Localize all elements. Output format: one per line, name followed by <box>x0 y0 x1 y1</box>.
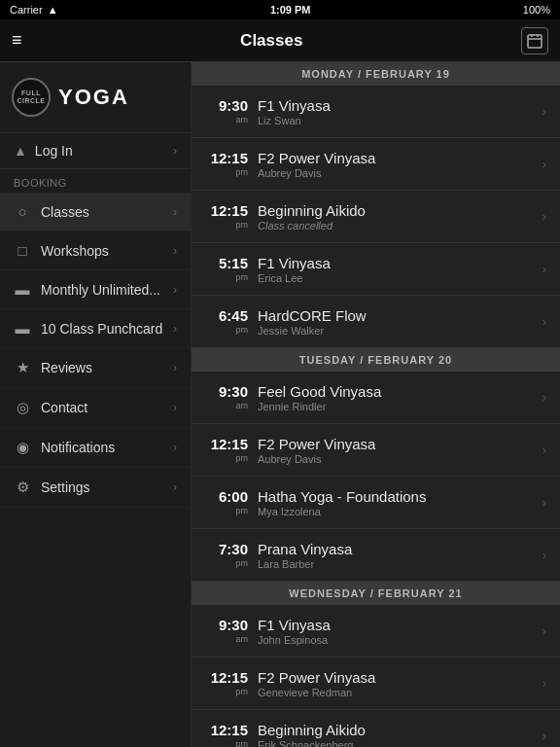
class-name: Prana Vinyasa <box>258 541 535 557</box>
class-chevron: › <box>542 623 546 638</box>
class-row[interactable]: 9:30 am Feel Good VinyasaJennie Rindler› <box>192 372 560 424</box>
class-name: Beginning Aikido <box>258 202 535 219</box>
class-name: Beginning Aikido <box>258 722 535 738</box>
class-instructor: Erik Schnackenberg <box>258 739 535 748</box>
class-info: F1 VinyasaLiz Swan <box>258 97 535 126</box>
notifications-icon: ◉ <box>14 439 31 456</box>
class-chevron: › <box>542 495 546 510</box>
class-time-main: 6:00 <box>205 489 248 506</box>
class-instructor: Mya Izzolena <box>258 506 535 517</box>
class-row[interactable]: 9:30 am F1 VinyasaJohn Espinosa› <box>192 605 560 658</box>
monthly-icon: ▬ <box>14 281 31 298</box>
class-time: 12:15 pm <box>205 437 248 463</box>
class-instructor: Erica Lee <box>258 272 535 284</box>
class-cancelled: Class cancelled <box>258 220 535 231</box>
class-time: 9:30 am <box>205 98 248 124</box>
notifications-chevron: › <box>173 441 177 454</box>
class-instructor: Lara Barber <box>258 558 535 570</box>
class-instructor: Jessie Walker <box>258 325 535 337</box>
sidebar-item-label: Contact <box>41 400 173 415</box>
punchcard-chevron: › <box>173 322 177 336</box>
class-row[interactable]: 12:15 pm F2 Power VinyasaAubrey Davis› <box>192 138 560 191</box>
class-row[interactable]: 12:15 pm F2 Power VinyasaGenevieve Redma… <box>192 658 560 710</box>
sidebar: FULLCIRCLE YOGA ▲ Log In › Booking ○ Cla… <box>0 62 192 747</box>
class-chevron: › <box>542 676 546 691</box>
class-time-main: 7:30 <box>205 542 248 558</box>
sidebar-logo: FULLCIRCLE YOGA <box>0 62 191 133</box>
class-time-main: 12:15 <box>205 723 248 739</box>
class-chevron: › <box>542 262 546 276</box>
class-time-ampm: pm <box>205 167 248 177</box>
class-row[interactable]: 9:30 am F1 VinyasaLiz Swan› <box>192 86 560 138</box>
class-info: F2 Power VinyasaAubrey Davis <box>258 150 535 179</box>
class-time: 9:30 am <box>205 618 248 644</box>
class-time-main: 12:15 <box>205 670 248 687</box>
class-info: Beginning AikidoErik Schnackenberg <box>258 722 535 748</box>
sidebar-item-settings[interactable]: ⚙ Settings › <box>0 468 191 508</box>
class-row[interactable]: 12:15 pm Beginning AikidoErik Schnackenb… <box>192 710 560 747</box>
status-bar-time: 1:09 PM <box>270 4 311 16</box>
sidebar-section-label: Booking <box>0 169 191 193</box>
class-instructor: Liz Swan <box>258 115 535 126</box>
sidebar-login-item[interactable]: ▲ Log In › <box>0 133 191 169</box>
battery-label: 100% <box>523 4 550 16</box>
class-row[interactable]: 12:15 pm F2 Power VinyasaAubrey Davis› <box>192 424 560 477</box>
sidebar-item-workshops[interactable]: □ Workshops › <box>0 231 191 270</box>
sidebar-item-monthly[interactable]: ▬ Monthly Unlimited... › <box>0 270 191 309</box>
contact-chevron: › <box>173 401 177 414</box>
class-instructor: Jennie Rindler <box>258 401 535 412</box>
class-chevron: › <box>542 157 546 171</box>
class-instructor: Aubrey Davis <box>258 167 535 179</box>
class-chevron: › <box>542 729 546 743</box>
class-time-main: 9:30 <box>205 618 248 634</box>
calendar-icon[interactable] <box>521 27 548 54</box>
settings-icon: ⚙ <box>14 479 31 496</box>
sidebar-item-notifications[interactable]: ◉ Notifications › <box>0 428 191 468</box>
reviews-chevron: › <box>173 361 177 374</box>
sidebar-item-label: 10 Class Punchcard <box>41 321 173 337</box>
reviews-icon: ★ <box>14 359 31 376</box>
class-instructor: John Espinosa <box>258 634 535 646</box>
menu-icon[interactable]: ≡ <box>12 30 22 51</box>
day-header: WEDNESDAY / FEBRUARY 21 <box>192 582 560 605</box>
class-chevron: › <box>542 104 546 119</box>
logo-circle: FULLCIRCLE <box>12 78 51 117</box>
login-chevron: › <box>173 144 177 158</box>
class-time-ampm: am <box>205 401 248 410</box>
class-chevron: › <box>542 443 546 457</box>
class-row[interactable]: 7:30 pm Prana VinyasaLara Barber› <box>192 529 560 582</box>
class-name: F1 Vinyasa <box>258 255 535 271</box>
sidebar-item-contact[interactable]: ◎ Contact › <box>0 388 191 428</box>
svg-rect-0 <box>528 35 542 48</box>
class-row[interactable]: 6:45 pm HardCORE FlowJessie Walker› <box>192 296 560 348</box>
class-name: F2 Power Vinyasa <box>258 436 535 452</box>
status-bar-right: 100% <box>523 4 550 16</box>
sidebar-item-classes[interactable]: ○ Classes › <box>0 193 191 231</box>
class-time-main: 12:15 <box>205 437 248 453</box>
sidebar-item-punchcard[interactable]: ▬ 10 Class Punchcard › <box>0 309 191 348</box>
punchcard-icon: ▬ <box>14 320 31 337</box>
schedule-content[interactable]: MONDAY / FEBRUARY 19 9:30 am F1 VinyasaL… <box>192 62 560 747</box>
class-name: Hatha Yoga - Foundations <box>258 488 535 505</box>
sidebar-item-reviews[interactable]: ★ Reviews › <box>0 348 191 388</box>
class-row[interactable]: 5:15 pm F1 VinyasaErica Lee› <box>192 243 560 296</box>
carrier-label: Carrier <box>10 4 43 16</box>
status-bar: Carrier ▲ 1:09 PM 100% <box>0 0 560 19</box>
workshops-icon: □ <box>14 242 31 259</box>
class-name: F1 Vinyasa <box>258 617 535 633</box>
wifi-icon: ▲ <box>48 4 58 16</box>
class-row[interactable]: 12:15 pm Beginning AikidoClass cancelled… <box>192 191 560 243</box>
class-time-main: 9:30 <box>205 384 248 401</box>
class-info: Beginning AikidoClass cancelled <box>258 202 535 231</box>
sidebar-item-label: Reviews <box>41 360 173 375</box>
class-row[interactable]: 6:00 pm Hatha Yoga - FoundationsMya Izzo… <box>192 477 560 529</box>
class-time: 6:45 pm <box>205 308 248 335</box>
class-chevron: › <box>542 314 546 329</box>
sidebar-item-label: Workshops <box>41 243 173 259</box>
sidebar-item-label: Classes <box>41 204 173 220</box>
class-time-main: 6:45 <box>205 308 248 325</box>
class-time: 12:15 pm <box>205 151 248 177</box>
monthly-chevron: › <box>173 283 177 297</box>
sidebar-item-label: Monthly Unlimited... <box>41 282 173 298</box>
main-layout: FULLCIRCLE YOGA ▲ Log In › Booking ○ Cla… <box>0 62 560 747</box>
